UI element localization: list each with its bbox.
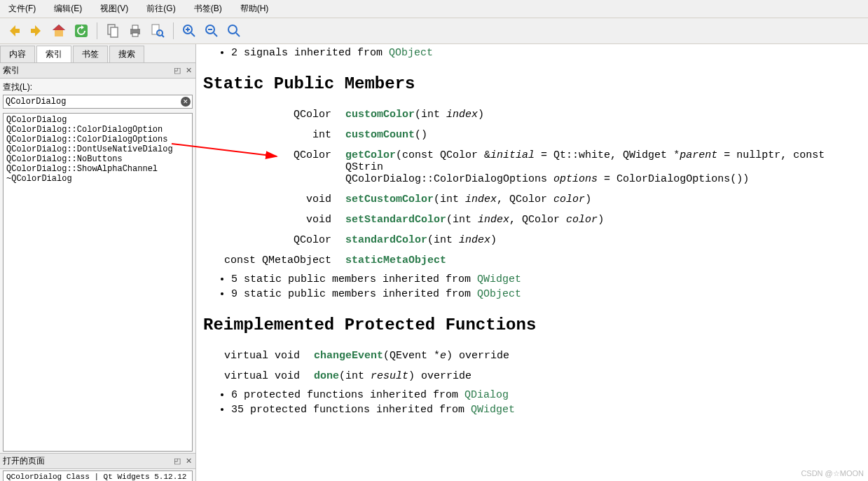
menu-goto[interactable]: 前往(G) bbox=[144, 1, 178, 16]
list-item: 2 signals inherited from QObject bbox=[231, 47, 861, 59]
reimpl-members-table: virtual voidchangeEvent(QEvent *e) overr… bbox=[217, 346, 516, 386]
svg-rect-0 bbox=[55, 30, 63, 36]
menu-view[interactable]: 视图(V) bbox=[97, 1, 131, 16]
search-box: ✕ bbox=[3, 95, 193, 109]
index-item[interactable]: QColorDialog::ColorDialogOption bbox=[6, 125, 189, 135]
link[interactable]: QWidget bbox=[471, 404, 515, 416]
fn-link[interactable]: staticMetaObject bbox=[345, 255, 446, 266]
svg-line-18 bbox=[236, 33, 240, 36]
svg-line-15 bbox=[214, 33, 217, 36]
menu-file[interactable]: 文件(F) bbox=[6, 1, 39, 16]
link[interactable]: QObject bbox=[477, 288, 521, 300]
doc-content[interactable]: 2 signals inherited from QObject Static … bbox=[196, 44, 868, 481]
zoom-out-button[interactable] bbox=[202, 21, 221, 41]
open-pages-title: 打开的页面 bbox=[3, 455, 45, 467]
undock-icon[interactable]: ◰ bbox=[173, 457, 181, 466]
section-heading-static: Static Public Members bbox=[203, 74, 861, 93]
table-row: voidsetCustomColor(int index, QColor col… bbox=[217, 189, 861, 210]
table-row: const QMetaObjectstaticMetaObject bbox=[217, 250, 861, 271]
list-item: 9 static public members inherited from Q… bbox=[231, 288, 861, 300]
open-pages-panel: 打开的页面 ◰ ✕ QColorDialog Class | Qt Widget… bbox=[0, 453, 195, 481]
inherited-list: 5 static public members inherited from Q… bbox=[203, 273, 861, 300]
svg-rect-6 bbox=[132, 33, 138, 36]
menu-bookmark[interactable]: 书签(B) bbox=[191, 1, 225, 16]
fn-link[interactable]: customCount bbox=[345, 129, 415, 141]
clear-search-icon[interactable]: ✕ bbox=[181, 97, 191, 107]
table-row: virtual voidchangeEvent(QEvent *e) overr… bbox=[217, 346, 516, 366]
index-item[interactable]: QColorDialog::ShowAlphaChannel bbox=[6, 164, 189, 174]
index-item[interactable]: ~QColorDialog bbox=[6, 174, 189, 184]
tab-index[interactable]: 索引 bbox=[36, 46, 71, 62]
table-row: virtual voiddone(int result) override bbox=[217, 366, 516, 386]
menu-edit[interactable]: 编辑(E) bbox=[51, 1, 85, 16]
fn-link[interactable]: done bbox=[314, 370, 339, 382]
side-tabs: 内容 索引 书签 搜索 bbox=[0, 44, 195, 63]
tab-contents[interactable]: 内容 bbox=[0, 46, 35, 62]
toolbar bbox=[0, 18, 868, 44]
close-panel-icon[interactable]: ✕ bbox=[184, 67, 193, 75]
back-button[interactable] bbox=[4, 21, 24, 41]
index-item[interactable]: QColorDialog::ColorDialogOptions bbox=[6, 135, 189, 144]
close-panel-icon[interactable]: ✕ bbox=[184, 457, 193, 466]
search-input[interactable] bbox=[5, 96, 181, 107]
copy-button[interactable] bbox=[103, 21, 123, 41]
link[interactable]: QDialog bbox=[464, 389, 509, 401]
forward-button[interactable] bbox=[27, 21, 46, 41]
menu-help[interactable]: 帮助(H) bbox=[237, 1, 272, 16]
watermark: CSDN @☆MOON bbox=[801, 469, 864, 478]
index-panel-title: 索引 bbox=[3, 65, 20, 76]
sidebar: 内容 索引 书签 搜索 索引 ◰ ✕ 查找(L): ✕ QColorDialog… bbox=[0, 44, 196, 481]
print-button[interactable] bbox=[125, 21, 145, 41]
svg-rect-7 bbox=[152, 25, 159, 34]
search-label: 查找(L): bbox=[3, 81, 193, 93]
inherited-list: 6 protected functions inherited from QDi… bbox=[203, 389, 861, 416]
fn-link[interactable]: setStandardColor bbox=[345, 214, 446, 226]
svg-line-9 bbox=[162, 35, 164, 37]
list-item: 6 protected functions inherited from QDi… bbox=[231, 389, 861, 401]
tab-search[interactable]: 搜索 bbox=[109, 46, 144, 62]
table-row: QColorcustomColor(int index) bbox=[217, 104, 861, 125]
link[interactable]: QObject bbox=[389, 47, 433, 59]
static-members-table: QColorcustomColor(int index) intcustomCo… bbox=[217, 104, 861, 271]
table-row: QColorgetColor(const QColor &initial = Q… bbox=[217, 145, 861, 189]
find-button[interactable] bbox=[148, 21, 167, 41]
table-row: intcustomCount() bbox=[217, 125, 861, 145]
svg-point-17 bbox=[228, 25, 237, 34]
fn-link[interactable]: setCustomColor bbox=[345, 194, 434, 205]
list-item: 5 static public members inherited from Q… bbox=[231, 273, 861, 285]
link[interactable]: QWidget bbox=[477, 273, 521, 285]
section-heading-reimpl: Reimplemented Protected Functions bbox=[203, 316, 861, 334]
undock-icon[interactable]: ◰ bbox=[173, 67, 181, 75]
open-page-item[interactable]: QColorDialog Class | Qt Widgets 5.12.12 bbox=[6, 473, 189, 481]
zoom-in-button[interactable] bbox=[179, 21, 199, 41]
list-item: 35 protected functions inherited from QW… bbox=[231, 404, 861, 416]
index-panel-header: 索引 ◰ ✕ bbox=[0, 63, 195, 79]
table-row: voidsetStandardColor(int index, QColor c… bbox=[217, 210, 861, 230]
svg-rect-5 bbox=[132, 25, 138, 29]
svg-line-11 bbox=[191, 33, 195, 36]
fn-link[interactable]: customColor bbox=[345, 109, 415, 121]
fn-link[interactable]: standardColor bbox=[345, 234, 427, 246]
index-item[interactable]: QColorDialog::NoButtons bbox=[6, 154, 189, 164]
home-button[interactable] bbox=[49, 21, 69, 41]
fn-link[interactable]: changeEvent bbox=[314, 350, 383, 362]
index-item[interactable]: QColorDialog bbox=[6, 115, 189, 125]
table-row: QColorstandardColor(int index) bbox=[217, 230, 861, 250]
zoom-reset-button[interactable] bbox=[224, 21, 244, 41]
tab-bookmark[interactable]: 书签 bbox=[73, 46, 108, 62]
menu-bar: 文件(F) 编辑(E) 视图(V) 前往(G) 书签(B) 帮助(H) bbox=[0, 0, 868, 18]
svg-rect-3 bbox=[111, 27, 118, 37]
index-item[interactable]: QColorDialog::DontUseNativeDialog bbox=[6, 144, 189, 154]
inherited-list: 2 signals inherited from QObject bbox=[203, 47, 861, 59]
index-list[interactable]: QColorDialog QColorDialog::ColorDialogOp… bbox=[3, 113, 193, 452]
reload-button[interactable] bbox=[71, 21, 91, 41]
fn-link[interactable]: getColor bbox=[345, 149, 396, 161]
